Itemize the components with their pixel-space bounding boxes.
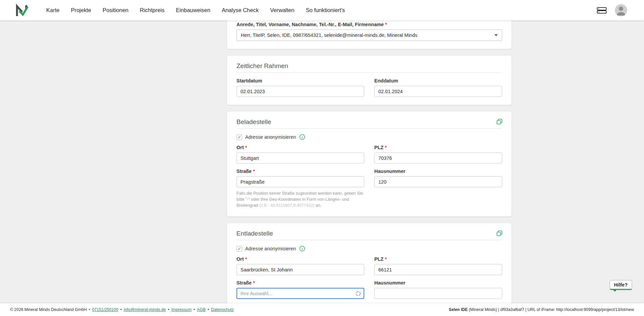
nav-item-verwalten[interactable]: Verwalten — [270, 7, 294, 13]
contact-select[interactable]: Herr, TitelP, Selen, IDE, 0987/654321, s… — [236, 29, 502, 41]
helper-example: (z.B.: 48.8115607,9.4077422) — [259, 203, 314, 208]
anonymize-label: Adresse anonymisieren — [245, 246, 296, 251]
separator-dot: • — [89, 307, 90, 312]
strasse-helper-text: Falls die Position keiner Straße zugeord… — [236, 190, 364, 208]
loading-point-title: Beladestelle — [236, 118, 502, 126]
unloading-point-title: Entladestelle — [236, 230, 502, 237]
divider — [236, 240, 502, 240]
strasse-input[interactable] — [236, 176, 364, 187]
enddate-label: Enddatum — [374, 78, 398, 83]
strasse-label: Straße — [236, 280, 252, 286]
nav-item-analyse-check[interactable]: Analyse Check — [222, 7, 259, 13]
nav-item-richtpreis[interactable]: Richtpreis — [140, 7, 164, 13]
session-info: Selen IDE (Mineral Minds) | df93a3afbaf7… — [449, 307, 634, 312]
user-avatar[interactable] — [615, 4, 627, 16]
footer-link-email[interactable]: info@mineral-minds.de — [124, 307, 166, 312]
required-asterisk: * — [253, 280, 255, 286]
navbar-right — [597, 4, 644, 16]
footer-link-phone[interactable]: 07151/250100 — [92, 307, 118, 312]
timeframe-card: Zeitlicher Rahmen Startdatum Enddatum — [227, 56, 512, 105]
anonymize-row: Adresse anonymisieren i — [236, 134, 502, 140]
startdate-label: Startdatum — [236, 78, 262, 83]
brand-logo[interactable] — [15, 4, 28, 17]
contact-label: Anrede, Titel, Vorname, Nachname, Tel.-N… — [236, 22, 502, 27]
separator-dot: • — [208, 307, 209, 312]
strasse-label: Straße — [236, 169, 252, 174]
required-asterisk: * — [385, 256, 387, 262]
separator-dot: • — [168, 307, 169, 312]
required-asterisk: * — [253, 169, 255, 174]
helper-suffix: an. — [315, 203, 322, 208]
nav-item-so-funktionierts[interactable]: So funktioniert's — [306, 7, 345, 13]
ort-label: Ort — [236, 145, 244, 150]
contact-label-text: Anrede, Titel, Vorname, Nachname, Tel.-N… — [236, 22, 384, 27]
enddate-field: Enddatum — [374, 78, 502, 97]
strasse-field: Straße * Falls die Position keiner Straß… — [236, 169, 364, 208]
hausnummer-field: Hausnummer — [374, 280, 502, 299]
top-navbar: Karte Projekte Positionen Richtpreis Ein… — [0, 0, 644, 20]
footer-link-datenschutz[interactable]: Datenschutz — [211, 307, 234, 312]
startdate-field: Startdatum — [236, 78, 364, 97]
device-server-icon[interactable] — [597, 6, 607, 14]
nav-item-karte[interactable]: Karte — [46, 7, 59, 13]
contact-field: Anrede, Titel, Vorname, Nachname, Tel.-N… — [236, 22, 502, 41]
session-details: (Mineral Minds) | df93a3afbaf7 | URL of … — [468, 307, 634, 312]
plz-label: PLZ — [374, 256, 383, 262]
timeframe-title: Zeitlicher Rahmen — [236, 62, 502, 70]
nav-item-projekte[interactable]: Projekte — [71, 7, 91, 13]
hausnummer-field: Hausnummer — [374, 169, 502, 208]
footer-info: © 2026 Mineral Minds Deutschland GmbH • … — [10, 307, 234, 312]
plz-label: PLZ — [374, 145, 383, 150]
brand-logo-icon — [15, 4, 28, 17]
footer: © 2026 Mineral Minds Deutschland GmbH • … — [0, 303, 644, 316]
enddate-input[interactable] — [374, 86, 502, 97]
copy-icon[interactable] — [496, 118, 503, 125]
required-asterisk: * — [245, 145, 247, 150]
ort-field: Ort * — [236, 145, 364, 164]
hausnummer-label: Hausnummer — [374, 280, 406, 286]
chevron-down-icon — [494, 34, 498, 36]
hausnummer-label: Hausnummer — [374, 169, 406, 174]
divider — [236, 72, 502, 73]
hausnummer-input[interactable] — [374, 176, 502, 187]
form-column: Anrede, Titel, Vorname, Nachname, Tel.-N… — [227, 20, 512, 314]
plz-input[interactable] — [374, 264, 502, 275]
nav-item-einbauweisen[interactable]: Einbauweisen — [176, 7, 210, 13]
hausnummer-input[interactable] — [374, 288, 502, 299]
contact-select-value: Herr, TitelP, Selen, IDE, 0987/654321, s… — [241, 33, 417, 38]
svg-text:i: i — [302, 135, 303, 139]
plz-field: PLZ * — [374, 256, 502, 275]
loading-spinner-icon — [356, 291, 361, 296]
ort-label: Ort — [236, 256, 244, 262]
anonymize-row: Adresse anonymisieren i — [236, 246, 502, 252]
strasse-field: Straße * — [236, 280, 364, 299]
unloading-point-card: Entladestelle Adresse anonymisieren i Or… — [227, 223, 512, 307]
required-asterisk: * — [245, 256, 247, 262]
divider — [236, 128, 502, 129]
ort-input[interactable] — [236, 264, 364, 275]
startdate-input[interactable] — [236, 86, 364, 97]
nav-item-positionen[interactable]: Positionen — [103, 7, 128, 13]
footer-link-agb[interactable]: AGB — [197, 307, 206, 312]
copyright-text: © 2026 Mineral Minds Deutschland GmbH — [10, 307, 87, 312]
required-asterisk: * — [385, 22, 387, 27]
footer-link-impressum[interactable]: Impressum — [171, 307, 192, 312]
plz-field: PLZ * — [374, 145, 502, 164]
loading-point-card: Beladestelle Adresse anonymisieren i Ort — [227, 112, 512, 216]
separator-dot: • — [194, 307, 195, 312]
anonymize-checkbox[interactable] — [236, 134, 242, 140]
main-nav: Karte Projekte Positionen Richtpreis Ein… — [46, 7, 345, 13]
info-icon[interactable]: i — [299, 134, 305, 140]
anonymize-checkbox[interactable] — [236, 246, 242, 252]
info-icon[interactable]: i — [299, 246, 305, 252]
svg-text:i: i — [302, 247, 303, 251]
separator-dot: • — [120, 307, 122, 312]
copy-icon[interactable] — [496, 230, 503, 237]
strasse-input[interactable] — [236, 288, 364, 299]
ort-field: Ort * — [236, 256, 364, 275]
ort-input[interactable] — [236, 152, 364, 164]
session-user: Selen IDE — [449, 307, 468, 312]
anonymize-label: Adresse anonymisieren — [245, 134, 296, 140]
plz-input[interactable] — [374, 152, 502, 164]
help-button[interactable]: Hilfe? — [610, 280, 632, 290]
